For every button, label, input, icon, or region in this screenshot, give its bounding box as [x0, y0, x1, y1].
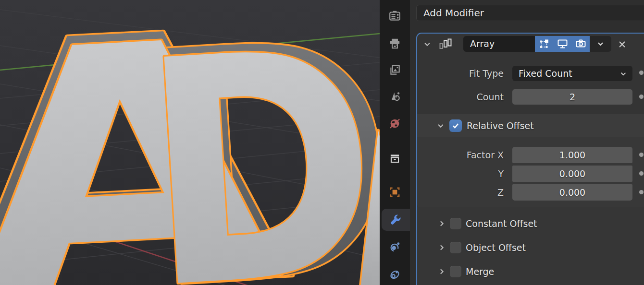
- factor-x-label: Factor X: [417, 147, 504, 163]
- checkmark-icon: [451, 121, 460, 131]
- realtime-display-toggle[interactable]: [553, 36, 571, 52]
- constant-offset-checkbox[interactable]: [450, 218, 461, 229]
- fit-type-dropdown[interactable]: Fixed Count: [512, 66, 632, 81]
- chevron-down-icon: [435, 120, 446, 131]
- relative-offset-label: Relative Offset: [467, 114, 534, 137]
- array-modifier-panel: Array: [416, 33, 644, 285]
- properties-editor: Add Modifier Array: [410, 0, 644, 285]
- tab-world-properties[interactable]: [380, 112, 410, 134]
- object-offset-checkbox[interactable]: [450, 242, 461, 253]
- fit-type-label: Fit Type: [417, 66, 504, 81]
- tab-object-properties[interactable]: [380, 181, 410, 203]
- tab-constraint-properties[interactable]: [380, 263, 410, 285]
- view-layer-images-icon: [388, 63, 401, 76]
- tab-physics-properties[interactable]: [380, 236, 410, 258]
- panel-collapse-chevron[interactable]: [421, 38, 433, 50]
- tab-modifier-properties[interactable]: [382, 209, 410, 231]
- object-offset-label: Object Offset: [466, 239, 526, 256]
- output-printer-icon: [388, 37, 401, 50]
- chevron-down-icon: [595, 38, 606, 49]
- object-square-brackets-icon: [388, 186, 401, 199]
- remove-modifier-button[interactable]: [616, 38, 628, 50]
- chevron-right-icon[interactable]: [436, 242, 447, 253]
- chevron-down-icon: [422, 39, 433, 49]
- viewport-3d[interactable]: A D A D: [0, 0, 380, 285]
- world-globe-icon: [388, 117, 401, 130]
- collection-box-icon: [388, 152, 401, 165]
- edit-mode-vertices-icon: [538, 38, 550, 50]
- blender-window: A D A D: [0, 0, 644, 285]
- physics-orbit-icon: [388, 240, 401, 253]
- factor-x-field[interactable]: 1.000: [512, 147, 632, 163]
- modifier-wrench-icon: [389, 214, 402, 226]
- array-modifier-icon: [438, 37, 452, 51]
- render-camera-back-icon: [388, 9, 401, 22]
- add-modifier-button[interactable]: Add Modifier: [416, 5, 644, 21]
- camera-icon: [575, 38, 587, 50]
- tab-render-properties[interactable]: [380, 4, 410, 26]
- chevron-right-icon[interactable]: [436, 266, 447, 277]
- relative-offset-checkbox[interactable]: [449, 119, 462, 132]
- text-object-ad[interactable]: A D A D: [0, 0, 380, 285]
- tab-collection-properties[interactable]: [380, 147, 410, 169]
- factor-y-label: Y: [417, 166, 504, 182]
- factor-z-label: Z: [417, 184, 504, 201]
- merge-label: Merge: [466, 263, 494, 280]
- animate-decorator-dot[interactable]: [639, 171, 644, 176]
- animate-decorator-dot[interactable]: [639, 95, 644, 99]
- edit-mode-display-toggle[interactable]: [535, 36, 553, 52]
- chevron-down-icon: [618, 69, 629, 79]
- modifier-extras-dropdown[interactable]: [590, 36, 611, 52]
- animate-decorator-dot[interactable]: [639, 190, 644, 194]
- constraint-teardrop-icon: [388, 268, 401, 281]
- modifier-name-field[interactable]: Array: [463, 36, 535, 52]
- constant-offset-label: Constant Offset: [466, 215, 537, 232]
- render-display-toggle[interactable]: [571, 36, 590, 52]
- count-label: Count: [417, 89, 504, 105]
- animate-decorator-dot[interactable]: [639, 153, 644, 157]
- tab-output-properties[interactable]: [380, 32, 410, 54]
- svg-text:D: D: [135, 0, 380, 285]
- viewport-scene: A D A D: [0, 0, 380, 285]
- text-front: A D: [0, 0, 380, 285]
- merge-checkbox[interactable]: [450, 266, 461, 277]
- factor-y-field[interactable]: 0.000: [512, 166, 632, 182]
- tab-view-layer-properties[interactable]: [380, 59, 410, 81]
- chevron-right-icon[interactable]: [436, 218, 447, 229]
- tab-scene-properties[interactable]: [380, 85, 410, 107]
- factor-z-field[interactable]: 0.000: [512, 184, 632, 201]
- close-x-icon: [617, 39, 627, 49]
- monitor-icon: [557, 38, 569, 50]
- scene-cone-sphere-icon: [388, 90, 401, 103]
- animate-decorator-dot[interactable]: [639, 71, 644, 75]
- count-value-field[interactable]: 2: [512, 89, 632, 105]
- properties-tab-strip: [380, 0, 410, 285]
